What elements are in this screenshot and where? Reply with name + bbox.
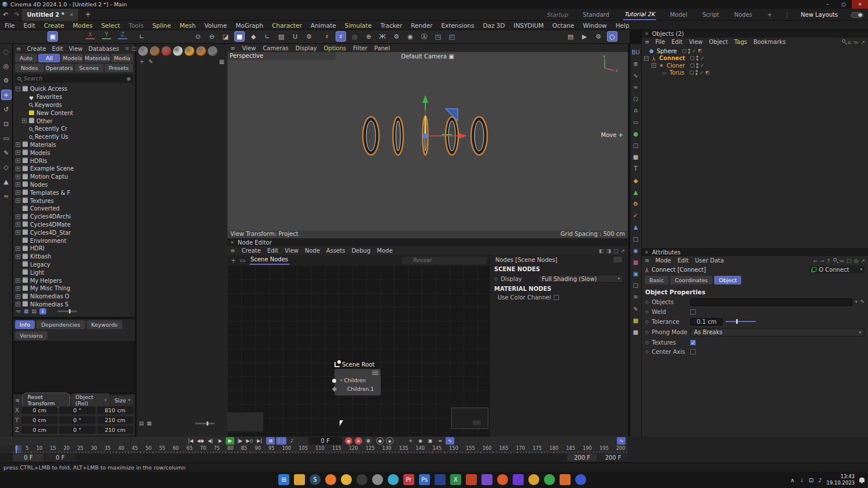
scene-objects[interactable] (356, 93, 495, 171)
menu-item[interactable]: Tools (128, 22, 144, 29)
taskbar-app-icon[interactable] (528, 474, 539, 485)
menu-item[interactable]: Octane (553, 22, 575, 29)
tool-icon[interactable]: ⚙ (1, 75, 12, 86)
add-graph-icon[interactable]: + (231, 257, 236, 264)
visibility-dots[interactable] (696, 56, 698, 61)
mode-toolbar-icon[interactable]: ∟ (262, 31, 273, 42)
redo-icon[interactable]: ↷ (14, 11, 19, 19)
taskbar-app-icon[interactable] (497, 474, 508, 485)
menu-item[interactable]: Tags (734, 39, 747, 45)
expand-icon[interactable] (22, 95, 27, 99)
reset-transform-button[interactable]: Reset Transform (22, 393, 70, 408)
asset-tree-item[interactable]: + My Misc Thing (13, 284, 135, 293)
menu-item[interactable]: Edit (678, 257, 689, 264)
grid-icon[interactable]: ▦ (219, 58, 225, 65)
command-icon[interactable]: □ (631, 281, 641, 290)
render-toolbar-icon[interactable]: ▤ (565, 31, 576, 42)
asset-tree-item[interactable]: Environment (13, 236, 135, 245)
record-button[interactable]: ◆ (345, 437, 352, 445)
toolbar-icon[interactable]: ▣ (47, 31, 58, 42)
download-icon[interactable]: ↓ (39, 308, 46, 315)
mode-toolbar-icon[interactable]: ⚙ (304, 31, 314, 42)
snap-toolbar-icon[interactable]: ⊕ (363, 31, 374, 42)
info-tab[interactable]: Keywords (87, 320, 123, 329)
asset-tree-item[interactable]: + HDRI (13, 245, 135, 253)
taskbar-app-icon[interactable] (356, 474, 367, 485)
split-left-icon[interactable]: ◧ (599, 248, 604, 254)
transport-button[interactable]: ▶◇ (245, 437, 254, 445)
layer-icon[interactable] (690, 71, 694, 75)
new-tab-button[interactable]: + (85, 10, 91, 19)
viewport-menu-item[interactable]: Filter (353, 45, 367, 51)
taskbar-app-icon[interactable] (372, 474, 383, 485)
expand-icon[interactable]: + (16, 302, 20, 306)
command-icon[interactable]: ∿ (631, 71, 641, 80)
camera-label[interactable]: Default Camera ▣ (227, 53, 628, 60)
command-icon[interactable]: ≣ (631, 59, 641, 68)
command-icon[interactable]: ▲ (631, 223, 641, 232)
viewport-menu-item[interactable]: View (242, 45, 256, 51)
command-icon[interactable]: ⌂ (631, 106, 641, 115)
object-row[interactable]: ○ Torus ✓ (644, 69, 868, 77)
position-field[interactable]: 0 cm (21, 406, 57, 414)
menu-item[interactable]: File (5, 22, 15, 29)
menu-item[interactable]: Edit (52, 46, 63, 52)
thumbnail-size-slider[interactable] (57, 310, 77, 312)
filter-tab[interactable]: Operators (45, 64, 74, 72)
document-tab[interactable]: Untitled 2 * ✕ (22, 9, 78, 21)
filter-tab[interactable]: Models (61, 54, 83, 62)
menu-item[interactable]: Spline (152, 22, 171, 29)
expand-icon[interactable]: + (16, 175, 20, 179)
menu-item[interactable]: Edit (267, 247, 278, 254)
list-view-icon[interactable]: ▤ (139, 420, 144, 426)
burger-icon[interactable]: ≡ (15, 397, 20, 404)
taskbar-app-icon[interactable] (466, 474, 477, 485)
expand-icon[interactable]: + (16, 142, 20, 147)
filter-tab[interactable]: Auto (15, 54, 37, 62)
node-menu-icon[interactable] (372, 371, 378, 375)
command-icon[interactable]: ≋ (631, 293, 641, 302)
weld-checkbox[interactable] (690, 309, 696, 315)
asset-tree-item[interactable]: Favorites (13, 93, 135, 101)
range-start-field[interactable]: 0 F (13, 454, 44, 461)
material-swatch[interactable] (185, 46, 194, 56)
current-frame-field[interactable]: 0 F (308, 437, 342, 445)
snap-toolbar-icon[interactable]: ◉ (405, 31, 415, 42)
output-port[interactable] (332, 379, 336, 383)
command-icon[interactable]: ✎ (631, 304, 641, 313)
scene-root-node[interactable]: ▾Children Children.1 (334, 369, 381, 395)
phong-tag-icon[interactable] (698, 49, 703, 53)
size-slider[interactable] (195, 423, 215, 424)
asset-tree-item[interactable]: + Motion Captu (13, 173, 135, 181)
download-tray-icon[interactable]: ↓ (799, 477, 804, 483)
info-tab[interactable]: Info (15, 320, 35, 329)
tool-icon[interactable]: ◎ (1, 61, 12, 71)
menu-item[interactable]: Node (305, 247, 320, 254)
menu-item[interactable]: Edit (24, 22, 35, 29)
command-icon[interactable]: ○ (631, 94, 641, 103)
split-right-icon[interactable]: ◨ (606, 248, 611, 254)
visibility-dots[interactable] (696, 70, 698, 75)
textures-checkbox[interactable]: ✓ (690, 340, 696, 345)
expand-icon[interactable] (22, 102, 27, 107)
layouts-toggle[interactable] (851, 12, 863, 18)
expand-icon[interactable]: + (16, 158, 20, 163)
filter-tab[interactable]: Materials (84, 54, 110, 62)
keyframe-mode-button[interactable]: ◉ (386, 437, 393, 445)
detail-view-icon[interactable]: ▤ (32, 308, 37, 314)
layer-icon[interactable] (690, 64, 694, 68)
asset-tree-item[interactable]: + Materials (13, 141, 135, 149)
tolerance-input[interactable]: 0.1 cm (690, 318, 723, 326)
material-swatch[interactable] (138, 46, 148, 56)
object-selector-dropdown[interactable]: O Connect ▾ (810, 266, 865, 273)
menu-item[interactable]: Create (27, 46, 46, 52)
transport-button[interactable]: ▶ (216, 437, 225, 445)
expand-icon[interactable] (16, 270, 20, 275)
node-minimap[interactable] (451, 408, 488, 429)
asset-tree-item[interactable]: New Content (13, 109, 135, 117)
taskbar-app-icon[interactable] (325, 474, 336, 485)
menu-item[interactable]: Mode (377, 247, 392, 254)
edit-icon[interactable]: ✎ (860, 299, 865, 305)
current-end-field[interactable]: 200 F (598, 454, 628, 461)
command-icon[interactable]: ■ (631, 328, 641, 337)
